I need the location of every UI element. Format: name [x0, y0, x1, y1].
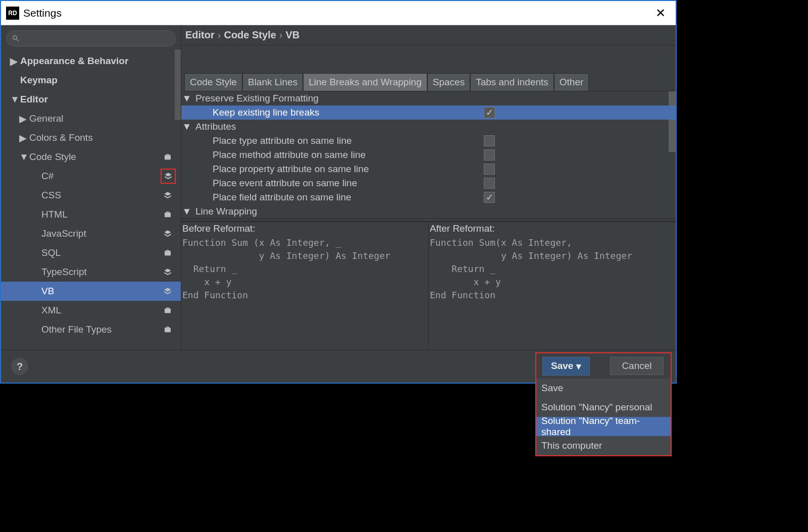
layers-icon[interactable]: [163, 190, 173, 200]
save-dropdown-item[interactable]: Solution "Nancy" team-shared: [536, 417, 671, 436]
briefcase-icon[interactable]: [163, 209, 173, 220]
save-button[interactable]: Save ▾: [542, 357, 590, 376]
sidebar-item-editor[interactable]: ▼Editor: [1, 90, 181, 109]
tab-tabs-and-indents[interactable]: Tabs and indents: [470, 73, 554, 91]
checkbox[interactable]: [484, 149, 495, 161]
close-icon[interactable]: ✕: [650, 6, 671, 20]
sidebar-item-label: C#: [41, 171, 54, 182]
sidebar-item-label: TypeScript: [41, 267, 87, 278]
sidebar-item-appearance-behavior[interactable]: ▶Appearance & Behavior: [1, 51, 181, 71]
preview-after: After Reformat: Function Sum(x As Intege…: [428, 222, 676, 350]
chevron-down-icon: ▼: [10, 94, 17, 105]
save-dropdown-item[interactable]: Save: [536, 379, 671, 398]
sidebar-item-sql[interactable]: SQL: [1, 243, 181, 262]
preview-after-label: After Reformat:: [430, 223, 676, 234]
cancel-button-label: Cancel: [622, 360, 651, 371]
sidebar-item-vb[interactable]: VB: [1, 282, 181, 301]
sidebar-item-label: CSS: [41, 190, 61, 201]
sidebar-item-c-[interactable]: C#: [1, 167, 181, 186]
sidebar-item-label: Other File Types: [41, 324, 112, 335]
tab-other[interactable]: Other: [554, 73, 589, 91]
settings-row-label: Place property attribute on same line: [181, 164, 655, 175]
chevron-right-icon: ▶: [10, 56, 17, 67]
settings-row[interactable]: Place event attribute on same line: [181, 176, 676, 190]
sidebar-item-html[interactable]: HTML: [1, 205, 181, 224]
tab-blank-lines[interactable]: Blank Lines: [242, 73, 303, 91]
sidebar-item-label: Keymap: [20, 75, 58, 86]
tab-line-breaks-and-wrapping[interactable]: Line Breaks and Wrapping: [303, 73, 427, 91]
sidebar-item-general[interactable]: ▶General: [1, 109, 181, 128]
sidebar-item-label: General: [29, 113, 64, 124]
settings-row[interactable]: Place property attribute on same line: [181, 162, 676, 176]
chevron-right-icon: ▶: [19, 132, 26, 144]
preview-area: Before Reformat: Function Sum (x As Inte…: [181, 222, 676, 350]
titlebar: RD Settings ✕: [1, 1, 676, 25]
chevron-down-icon: ▼: [181, 93, 192, 104]
settings-row[interactable]: Place field attribute on same line: [181, 190, 676, 204]
checkbox[interactable]: [484, 107, 495, 118]
chevron-down-icon: ▼: [181, 206, 192, 217]
settings-group-header[interactable]: ▼Preserve Existing Formatting: [181, 91, 676, 105]
sidebar-item-label: SQL: [41, 247, 61, 258]
search-icon: [12, 34, 20, 42]
settings-group-header[interactable]: ▼Attributes: [181, 120, 676, 134]
cancel-button[interactable]: Cancel: [610, 357, 663, 375]
sidebar-item-xml[interactable]: XML: [1, 301, 181, 320]
settings-group-header[interactable]: ▼Line Wrapping: [181, 204, 676, 219]
settings-tree: ▶Appearance & BehaviorKeymap▼Editor▶Gene…: [1, 49, 181, 339]
sidebar-item-label: Appearance & Behavior: [20, 56, 128, 67]
sidebar-item-css[interactable]: CSS: [1, 186, 181, 205]
tab-code-style[interactable]: Code Style: [184, 73, 242, 91]
settings-row[interactable]: Place method attribute on same line: [181, 148, 676, 162]
sidebar-item-label: HTML: [41, 209, 68, 220]
sidebar-item-keymap[interactable]: Keymap: [1, 71, 181, 90]
layers-icon[interactable]: [163, 286, 173, 296]
sidebar-item-label: JavaScript: [41, 228, 86, 239]
sidebar-item-colors-fonts[interactable]: ▶Colors & Fonts: [1, 128, 181, 147]
breadcrumb-segment: Editor: [185, 29, 215, 41]
briefcase-icon[interactable]: [163, 152, 173, 162]
preview-before: Before Reformat: Function Sum (x As Inte…: [181, 222, 428, 350]
chevron-down-icon: ▼: [19, 151, 26, 163]
sidebar-item-code-style[interactable]: ▼Code Style: [1, 147, 181, 167]
briefcase-icon[interactable]: [163, 248, 173, 258]
save-dropdown-item[interactable]: Solution "Nancy" personal: [536, 398, 671, 417]
checkbox[interactable]: [484, 178, 495, 189]
briefcase-icon[interactable]: [163, 305, 173, 315]
settings-row-label: Place event attribute on same line: [181, 178, 655, 189]
settings-row-label: Keep existing line breaks: [181, 107, 655, 118]
breadcrumb-segment: VB: [285, 29, 299, 41]
briefcase-icon[interactable]: [163, 325, 173, 335]
preview-before-code: Function Sum (x As Integer, _ y As Integ…: [182, 236, 428, 302]
checkbox[interactable]: [484, 192, 495, 203]
sidebar-item-other-file-types[interactable]: Other File Types: [1, 320, 181, 339]
checkbox[interactable]: [484, 135, 495, 146]
save-dropdown-item[interactable]: This computer: [536, 436, 671, 455]
save-dropdown-list: SaveSolution "Nancy" personalSolution "N…: [536, 379, 671, 455]
settings-group-label: Attributes: [192, 121, 655, 132]
content-area: Editor › Code Style › VB Code StyleBlank…: [181, 25, 676, 350]
checkbox[interactable]: [484, 164, 495, 175]
search-input[interactable]: [6, 30, 176, 46]
sidebar-item-javascript[interactable]: JavaScript: [1, 224, 181, 243]
layers-icon[interactable]: [163, 267, 173, 277]
chevron-down-icon: ▾: [576, 360, 581, 372]
layers-icon[interactable]: [161, 169, 176, 184]
breadcrumb-sep: ›: [218, 29, 221, 41]
layers-icon[interactable]: [163, 229, 173, 239]
settings-group-label: Line Wrapping: [192, 206, 655, 217]
settings-row-label: Place method attribute on same line: [181, 149, 655, 161]
preview-before-label: Before Reformat:: [182, 223, 428, 234]
tabs: Code StyleBlank LinesLine Breaks and Wra…: [181, 73, 676, 91]
breadcrumb: Editor › Code Style › VB: [181, 25, 676, 45]
help-button[interactable]: ?: [11, 358, 28, 375]
settings-row[interactable]: Place type attribute on same line: [181, 134, 676, 148]
sidebar: ▶Appearance & BehaviorKeymap▼Editor▶Gene…: [1, 25, 181, 350]
settings-row[interactable]: Keep existing line breaks: [181, 105, 676, 120]
sidebar-item-typescript[interactable]: TypeScript: [1, 262, 181, 282]
sidebar-item-label: VB: [41, 286, 54, 297]
body: ▶Appearance & BehaviorKeymap▼Editor▶Gene…: [1, 25, 676, 350]
tab-spaces[interactable]: Spaces: [427, 73, 470, 91]
settings-list: ▼Preserve Existing FormattingKeep existi…: [181, 91, 676, 219]
sidebar-item-label: Editor: [20, 94, 48, 105]
